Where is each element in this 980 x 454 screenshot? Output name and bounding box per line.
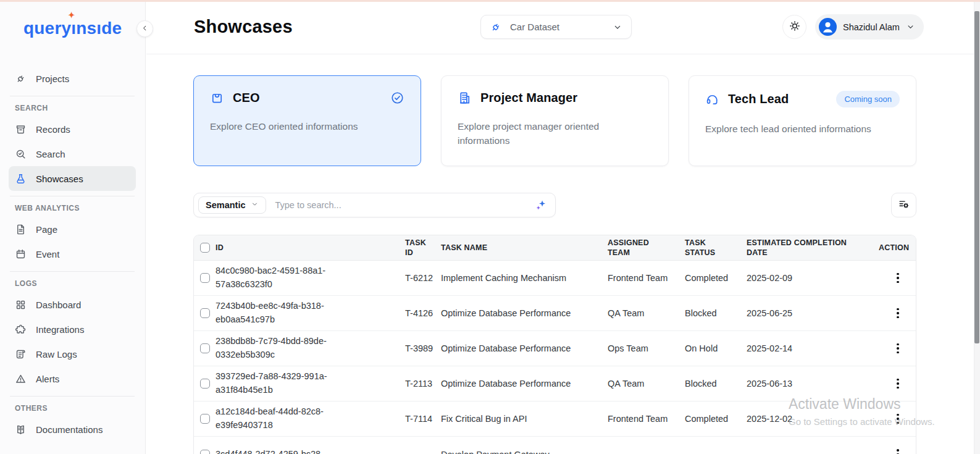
user-menu[interactable]: Shazidul Alam: [815, 14, 924, 40]
role-card-project-manager[interactable]: Project ManagerExplore project manager o…: [441, 75, 669, 166]
search-input[interactable]: [275, 200, 535, 210]
sidebar-item-search[interactable]: Search: [9, 141, 136, 166]
sidebar-item-documentations[interactable]: Documentations: [9, 417, 136, 442]
cell-estimated-completion-date: 2025-06-25: [747, 308, 879, 318]
calendar-icon: [15, 248, 27, 260]
table-settings-button[interactable]: [891, 193, 916, 217]
sidebar-item-label: Projects: [36, 74, 69, 84]
sidebar-item-label: Event: [36, 249, 59, 259]
row-checkbox[interactable]: [200, 343, 210, 353]
sparkles-icon[interactable]: [535, 199, 547, 211]
row-checkbox[interactable]: [200, 379, 210, 389]
role-card-description: Explore tech lead oriented informations: [705, 122, 890, 136]
puzzle-icon: [15, 324, 27, 335]
sidebar-section-title: LOGS: [15, 279, 136, 288]
cell-task-id: T-3989: [405, 343, 441, 353]
scroll-icon: [15, 348, 27, 360]
briefcase-bag-icon: [210, 91, 224, 105]
chevron-down-icon: [613, 22, 622, 32]
logo-text-part2: ✦ınsıde: [71, 19, 122, 38]
sidebar-divider: [10, 396, 135, 397]
sidebar-section-title: SEARCH: [15, 104, 136, 112]
cell-task-id: T-6212: [405, 273, 441, 283]
table-row: 238bdb8b-7c79-4bdd-89de-0332eb5b309cT-39…: [194, 331, 916, 366]
sidebar-item-dashboard[interactable]: Dashboard: [9, 292, 136, 317]
cell-id: 393729ed-7a88-4329-991a-a31f84b45e1b: [216, 370, 405, 397]
row-checkbox[interactable]: [200, 450, 210, 454]
cell-assigned-team: QA Team: [608, 379, 685, 389]
check-circle-icon: [390, 91, 404, 105]
row-actions-kebab-icon[interactable]: [892, 411, 903, 426]
scrollbar-thumb[interactable]: [974, 11, 979, 343]
cell-estimated-completion-date: 2025-12-02: [747, 414, 879, 424]
dataset-selector[interactable]: Car Dataset: [480, 15, 632, 39]
sidebar-item-label: Page: [36, 224, 57, 235]
role-card-description: Explore CEO oriented informations: [210, 119, 395, 133]
sidebar-item-raw-logs[interactable]: Raw Logs: [9, 342, 136, 366]
chevron-down-icon: [906, 22, 915, 32]
header: Showcases Car Dataset Shazidul Alam: [146, 2, 974, 54]
sidebar-item-records[interactable]: Records: [9, 117, 136, 141]
row-actions-kebab-icon[interactable]: [892, 271, 903, 285]
cell-id: 7243b40b-ee8c-49fa-b318-eb0aa541c97b: [216, 300, 405, 327]
search-mode-select[interactable]: Semantic: [198, 196, 266, 214]
cell-task-id: T-4126: [405, 308, 441, 318]
user-name: Shazidul Alam: [843, 22, 900, 32]
row-checkbox[interactable]: [200, 273, 210, 283]
row-actions-kebab-icon[interactable]: [892, 341, 903, 356]
search-check-icon: [15, 148, 27, 160]
select-all-checkbox[interactable]: [200, 243, 210, 253]
cell-id: a12c184d-beaf-44dd-82c8-e39fe9403718: [216, 405, 405, 432]
grid-icon: [15, 299, 27, 311]
sidebar-item-label: Dashboard: [36, 300, 81, 310]
sidebar-item-label: Documentations: [36, 424, 103, 435]
cell-task-name: Optimize Database Performance: [441, 308, 608, 318]
sidebar-item-integrations[interactable]: Integrations: [9, 317, 136, 342]
cell-task-status: Completed: [685, 414, 747, 424]
row-actions-kebab-icon[interactable]: [892, 376, 903, 391]
row-checkbox[interactable]: [200, 414, 210, 424]
sidebar-item-label: Raw Logs: [36, 349, 77, 359]
sidebar-collapse-button[interactable]: [136, 20, 153, 37]
sidebar-item-page[interactable]: Page: [9, 217, 136, 242]
chevron-down-icon: [251, 200, 259, 210]
sidebar-item-label: Integrations: [36, 324, 84, 335]
role-card-title: Tech Lead: [728, 92, 836, 106]
headset-icon: [705, 92, 719, 106]
page-title: Showcases: [194, 17, 293, 37]
sidebar-item-label: Alerts: [36, 374, 59, 384]
cell-task-name: Implement Caching Mechanism: [441, 273, 608, 283]
theme-toggle-button[interactable]: [782, 15, 806, 39]
row-actions-kebab-icon[interactable]: [892, 306, 903, 321]
sidebar-item-showcases[interactable]: Showcases: [9, 166, 136, 191]
app-logo[interactable]: query✦ınsıde: [23, 19, 122, 38]
tasks-table: IDTASK IDTASK NAMEASSIGNED TEAMTASK STAT…: [193, 235, 916, 454]
sidebar: query✦ınsıde Projects SEARCHRecordsSearc…: [0, 2, 146, 454]
cell-id: 3cd4f448-2d72-4259-bc28-: [216, 448, 405, 454]
cell-id: 84c0c980-bac2-4591-88a1-57a38c6323f0: [216, 264, 405, 292]
sidebar-divider: [10, 196, 135, 196]
logo-sparkle-icon: ✦: [68, 11, 75, 20]
page-icon: [15, 224, 27, 235]
row-actions-kebab-icon[interactable]: [892, 447, 903, 454]
role-card-title: Project Manager: [480, 91, 652, 105]
column-header-id: ID: [216, 243, 405, 253]
cell-task-name: Fix Critical Bug in API: [441, 414, 608, 424]
cell-task-status: Completed: [685, 273, 747, 283]
role-card-ceo[interactable]: CEOExplore CEO oriented informations: [193, 75, 421, 166]
sidebar-item-event[interactable]: Event: [9, 242, 136, 266]
app-window: query✦ınsıde Projects SEARCHRecordsSearc…: [0, 0, 980, 454]
sidebar-item-projects[interactable]: Projects: [9, 66, 136, 91]
column-header-task-id: TASK ID: [405, 238, 441, 258]
book-icon: [15, 424, 27, 435]
sidebar-nav: Projects SEARCHRecordsSearchShowcasesWEB…: [9, 66, 136, 442]
search-bar: Semantic: [193, 193, 556, 217]
role-card-tech-lead[interactable]: Tech LeadComing soonExplore tech lead or…: [689, 75, 916, 166]
row-checkbox[interactable]: [200, 308, 210, 318]
sidebar-item-alerts[interactable]: Alerts: [9, 366, 136, 391]
cell-estimated-completion-date: 2025-02-09: [747, 273, 879, 283]
archive-box-icon: [15, 124, 27, 135]
column-header-estimated-completion-date: ESTIMATED COMPLETION DATE: [747, 238, 879, 258]
cell-task-name: Optimize Database Performance: [441, 379, 608, 389]
role-cards-row: CEOExplore CEO oriented informationsProj…: [193, 75, 916, 166]
